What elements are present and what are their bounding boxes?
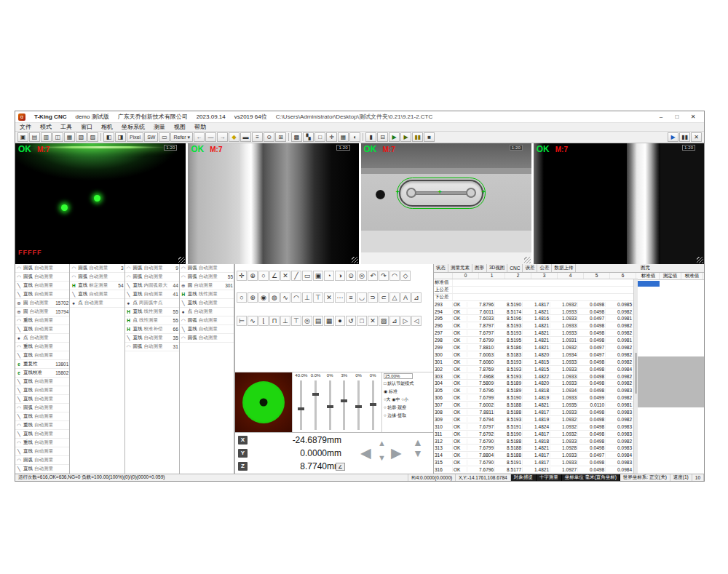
toolbar-button-28[interactable]: ◐ (349, 132, 360, 142)
list-item[interactable]: ◠圆弧自动测量 (15, 404, 69, 412)
tool-button[interactable]: ≡ (346, 292, 356, 303)
list-item[interactable]: ╲直线自动测量 (180, 299, 234, 308)
list-item[interactable]: ◠重线自动测量 (15, 316, 69, 325)
data-row[interactable]: 296OK7.87978.51931.48211.09330.04980.098… (434, 322, 633, 330)
tool-button[interactable]: ⊤ (313, 292, 323, 303)
list-item[interactable]: ⊕圆自动测量15702 (15, 299, 69, 308)
z-jog-down-icon[interactable]: ▼ (413, 448, 423, 459)
toolbar-button-5[interactable]: ▧ (76, 132, 87, 142)
camera2-tag[interactable]: 1-20 (336, 145, 349, 151)
ring-light-preview[interactable] (235, 372, 292, 432)
light-option[interactable]: □ 默认节能模式 (384, 380, 432, 387)
toolbar-button-25[interactable]: □ (314, 132, 325, 142)
data-row[interactable]: 301OK7.60608.51931.48151.09330.04980.098… (434, 359, 633, 366)
tool-button[interactable]: ⊥ (280, 316, 290, 326)
toolbar-button-2[interactable]: ▥ (41, 132, 52, 142)
menu-item-测量[interactable]: 测量 (149, 123, 170, 131)
angle-tool-button[interactable]: ∠ (336, 463, 345, 471)
tool-button[interactable]: ⌊ (258, 316, 269, 326)
data-row[interactable]: 298OK7.67998.51951.48211.09310.04980.098… (434, 337, 633, 344)
light-option[interactable]: ○ 轮廓-观察 (384, 404, 432, 411)
tool-button[interactable]: ⊿ (389, 316, 400, 326)
tool-button[interactable]: ◡ (357, 292, 367, 303)
camera-view-2[interactable]: OK M:7 1-20 (188, 143, 358, 264)
toolbar-button-11[interactable]: SW (144, 132, 158, 142)
menu-item-模式[interactable]: 模式 (36, 123, 56, 131)
tool-button[interactable]: ◔ (324, 271, 334, 281)
data-row[interactable]: 304OK7.58098.51891.48201.09330.04980.098… (434, 380, 633, 387)
list-item[interactable]: ◠重线自动测量 (15, 421, 69, 430)
column-number[interactable]: 2 (505, 273, 531, 279)
resize-grip-icon[interactable] (178, 257, 185, 263)
data-row[interactable]: 312OK7.67908.51881.48181.09330.04980.098… (434, 438, 633, 445)
toolbar-button-26[interactable]: ✛ (326, 132, 337, 142)
list-item[interactable]: ╲直线自动测量 (15, 412, 69, 421)
list-item[interactable]: ⊕圆自动测量301 (180, 282, 234, 290)
list-item[interactable]: ╲直线自动测量 (180, 325, 234, 334)
tool-button[interactable]: ↶ (368, 271, 378, 281)
slider-thumb[interactable] (327, 405, 333, 408)
jog-left-icon[interactable]: ◀ (360, 445, 371, 461)
toolbar-button-31[interactable]: ⊟ (377, 132, 388, 142)
tool-button[interactable]: ✛ (237, 271, 247, 281)
tolerance-row[interactable]: 标准值 (434, 279, 633, 287)
tool-button[interactable]: ▭ (302, 271, 312, 281)
list-item[interactable]: ●点自动测量 (180, 308, 234, 316)
table-tab-数据上传[interactable]: 数据上传 (552, 264, 576, 272)
list-item[interactable]: ╲直线自动测量 (70, 290, 124, 299)
list-item[interactable]: ◠圆弧自动测量9 (125, 264, 179, 273)
jog-up-icon[interactable]: ▲ (378, 439, 386, 447)
jog-right-icon[interactable]: ▶ (391, 445, 402, 461)
list-item[interactable]: ╲直线自动测量 (15, 447, 69, 456)
toolbar-button-13[interactable]: Refer ▾ (170, 132, 193, 142)
table-tab-误差[interactable]: 误差 (523, 264, 537, 272)
tool-button[interactable]: ● (335, 316, 345, 326)
resize-grip-icon[interactable] (524, 257, 531, 263)
z-jog-up-icon[interactable]: ▲ (413, 437, 423, 448)
minimize-button[interactable]: – (653, 112, 669, 122)
data-row[interactable]: 308OK7.88118.51881.48171.09330.04980.098… (434, 409, 633, 416)
column-number[interactable]: 5 (584, 273, 610, 279)
tool-button[interactable]: ⊕ (248, 271, 258, 281)
resize-grip-icon[interactable] (352, 257, 358, 263)
tool-button[interactable]: ⊂ (379, 292, 389, 303)
tool-button[interactable]: ▷ (400, 316, 411, 326)
tolerance-row[interactable]: 上公差 (434, 287, 633, 294)
tool-button[interactable]: ⊃ (368, 292, 378, 303)
tool-button[interactable]: ◠ (389, 271, 400, 281)
toolbar-button-35[interactable]: ■ (424, 132, 435, 142)
toolbar-button-30[interactable]: ▮ (365, 132, 376, 142)
data-row[interactable]: 306OK7.67998.51901.48191.09330.04990.098… (434, 394, 633, 402)
list-item[interactable]: ╲直线自动测量41 (125, 290, 179, 299)
toolbar-button-37[interactable]: ▮▮ (679, 132, 690, 142)
camera1-tag[interactable]: 1-20 (164, 145, 177, 151)
y-axis-chip[interactable]: Y (238, 449, 248, 458)
list-item[interactable]: H直线线性测量 (180, 290, 234, 299)
tool-button[interactable]: ⊕ (248, 292, 258, 303)
list-item[interactable]: ╲直线自动测量 (15, 290, 69, 299)
list-item[interactable]: ╲直线自动测量 (15, 386, 69, 395)
table-tab-状态[interactable]: 状态 (434, 264, 448, 272)
tool-button[interactable]: ↺ (346, 316, 356, 326)
list-item[interactable]: ◠重线自动测量 (15, 343, 69, 351)
data-row[interactable]: 294OK7.60118.51741.48211.09330.04980.098… (434, 308, 633, 316)
tool-button[interactable]: ✕ (368, 316, 378, 326)
column-number[interactable]: 6 (610, 273, 636, 279)
list-item[interactable]: ╲直线自动测量 (15, 282, 69, 290)
list-item[interactable]: H直线线性测量55 (125, 308, 179, 316)
close-button[interactable]: ✕ (685, 112, 701, 122)
toolbar-button-6[interactable]: ▨ (87, 132, 98, 142)
tool-button[interactable]: ∿ (248, 316, 258, 326)
tool-button[interactable]: ✕ (280, 271, 290, 281)
x-axis-chip[interactable]: X (238, 436, 248, 445)
table-scrollbar[interactable] (633, 279, 638, 474)
menu-item-坐标系统[interactable]: 坐标系统 (117, 123, 149, 131)
list-item[interactable]: ◠圆弧自动测量 (180, 264, 234, 273)
list-item[interactable]: ◠圆弧自动测量3 (70, 264, 124, 273)
list-item[interactable]: ╲直线自动测量 (15, 395, 69, 404)
toolbar-button-34[interactable]: ▮▮ (412, 132, 423, 142)
toolbar-button-16[interactable]: → (217, 132, 228, 142)
data-row[interactable]: 316OK7.67968.51771.48211.09270.04980.098… (434, 466, 633, 474)
slider-thumb[interactable] (370, 403, 376, 406)
tool-button[interactable]: ⊢ (237, 316, 247, 326)
